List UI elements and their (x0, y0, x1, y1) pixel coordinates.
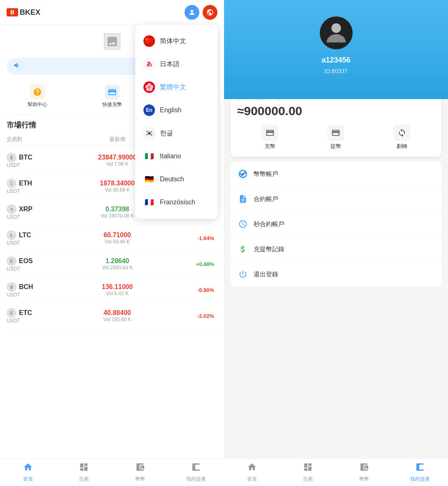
right-nav-trade[interactable]: 交易 (280, 459, 336, 486)
col-pair-header: 交易對 (7, 136, 70, 143)
withdraw-action[interactable]: 提幣 (303, 125, 369, 150)
price-info-eos: 1.28640 Vol 2930.84 K (70, 257, 165, 271)
menu-item-contract-account[interactable]: 合約帳戶 (231, 187, 441, 212)
home-icon (23, 462, 33, 474)
lang-item-ja[interactable]: あ 日本語 (135, 53, 217, 76)
lang-item-zh-tw[interactable]: 🌸 繁體中文 (135, 76, 217, 99)
coin-info-eth: Ξ ETH USDT (7, 178, 70, 194)
left-nav-assets[interactable]: 我的資產 (168, 459, 224, 486)
lang-item-fr[interactable]: 🇫🇷 Französisch (135, 191, 217, 214)
flag-ja: あ (143, 58, 155, 70)
change-info-bch: -0.90% (165, 285, 217, 295)
logo-icon: B (7, 8, 18, 16)
coin-account-icon (237, 168, 249, 180)
left-nav-home-label: 首頁 (23, 476, 33, 483)
coin-account-label: 幣幣帳戶 (254, 170, 278, 178)
right-nav-trade-label: 交易 (303, 476, 313, 483)
coin-sub-etc: USDT (7, 318, 70, 324)
right-nav-home-label: 首頁 (247, 476, 257, 483)
coin-sub-xrp: USDT (7, 214, 70, 220)
eos-icon: E (7, 256, 16, 266)
lang-item-de[interactable]: 🇩🇪 Deutsch (135, 168, 217, 191)
table-row[interactable]: E ETC USDT 40.88400 Vol 165.60 K -2.02% (7, 303, 217, 329)
logo: B BKEX (7, 8, 40, 17)
coin-info-bch: ₿ BCH USDT (7, 282, 70, 298)
lang-label-fr: Französisch (160, 199, 195, 206)
coin-name-bch: ₿ BCH (7, 282, 70, 292)
lang-label-de: Deutsch (160, 176, 184, 183)
lang-icon-button[interactable] (203, 5, 217, 20)
recharge-icon (105, 85, 120, 100)
menu-item-logout[interactable]: 退出登錄 (231, 262, 441, 287)
table-row[interactable]: E EOS USDT 1.28640 Vol 2930.84 K +0.48% (7, 251, 217, 277)
contract-account-label: 合約帳戶 (254, 195, 278, 203)
username: a123456 (321, 56, 350, 65)
lang-label-en: English (160, 106, 181, 114)
coin-name-etc: E ETC (7, 308, 70, 318)
right-assets-icon (415, 462, 425, 474)
right-nav-assets[interactable]: 我的資產 (392, 459, 448, 486)
profile-header: a123456 ID:80337 (224, 0, 448, 99)
right-nav-wallet[interactable]: 幣幣 (336, 459, 392, 486)
coin-sub-eos: USDT (7, 266, 70, 272)
right-wallet-icon (359, 462, 369, 474)
lang-item-it[interactable]: 🇮🇹 Italiano (135, 145, 217, 168)
coin-info-ltc: Ł LTC USDT (7, 230, 70, 246)
asset-amount: ≈900000.00 (237, 104, 435, 118)
deposit-history-icon (237, 243, 249, 255)
right-nav-assets-label: 我的資產 (410, 476, 430, 483)
ltc-icon: Ł (7, 230, 16, 240)
transfer-icon (394, 125, 410, 141)
left-bottom-nav: 首頁 交易 幣幣 我的資產 (0, 458, 224, 486)
price-vol-etc: Vol 165.60 K (70, 317, 165, 322)
right-nav-wallet-label: 幣幣 (359, 476, 369, 483)
table-row[interactable]: Ł LTC USDT 60.71000 Vol 50.46 K -1.64% (7, 225, 217, 251)
deposit-action[interactable]: 充幣 (237, 125, 303, 150)
lang-item-en[interactable]: En English (135, 99, 217, 122)
banner-image (104, 33, 120, 50)
flag-zh-cn: 🇨🇳 (143, 35, 155, 47)
price-val-etc: 40.88400 (70, 309, 165, 317)
left-panel: B BKEX 🇨🇳 简体中文 あ 日本語 (0, 0, 224, 486)
left-nav-trade[interactable]: 交易 (56, 459, 112, 486)
help-icon (30, 85, 45, 100)
logout-label: 退出登錄 (254, 271, 278, 278)
logo-letter: B (10, 9, 14, 16)
lang-label-zh-tw: 繁體中文 (160, 83, 186, 92)
coin-name-xrp: ✕ XRP (7, 204, 70, 214)
menu-item-deposit-history[interactable]: 充提幣記錄 (231, 237, 441, 262)
left-nav-home[interactable]: 首頁 (0, 459, 56, 486)
left-header: B BKEX (0, 0, 224, 25)
price-val-eos: 1.28640 (70, 257, 165, 265)
assets-icon (191, 462, 201, 474)
etc-icon: E (7, 308, 16, 318)
user-icon-button[interactable] (185, 5, 199, 20)
table-row[interactable]: ₿ BCH USDT 136.11000 Vol 6.42 K -0.90% (7, 277, 217, 303)
btc-icon: ₿ (7, 153, 16, 162)
change-info-eos: +0.48% (165, 259, 217, 269)
withdraw-label: 提幣 (330, 143, 341, 150)
transfer-action[interactable]: 劃轉 (369, 125, 435, 150)
coin-sub-bch: USDT (7, 292, 70, 298)
flag-zh-tw: 🌸 (143, 81, 155, 93)
user-id: ID:80337 (324, 68, 348, 74)
trade-icon (79, 462, 89, 474)
lang-item-zh-cn[interactable]: 🇨🇳 简体中文 (135, 30, 217, 53)
second-contract-icon (237, 218, 249, 230)
speaker-icon (13, 61, 21, 72)
change-badge-etc: -2.02% (194, 311, 217, 321)
deposit-label: 充幣 (265, 143, 275, 150)
flag-it: 🇮🇹 (143, 150, 155, 162)
coin-info-eos: E EOS USDT (7, 256, 70, 272)
right-home-icon (247, 462, 257, 474)
eth-icon: Ξ (7, 178, 16, 188)
quick-item-help[interactable]: 幫助中心 (0, 81, 75, 111)
price-vol-bch: Vol 6.42 K (70, 291, 165, 296)
right-trade-icon (303, 462, 313, 474)
left-nav-wallet[interactable]: 幣幣 (112, 459, 168, 486)
lang-item-ko[interactable]: 🇰🇷 한글 (135, 122, 217, 145)
lang-label-ja: 日本語 (160, 60, 180, 69)
menu-item-coin-account[interactable]: 幣幣帳戶 (231, 162, 441, 187)
menu-item-second-contract[interactable]: 秒合約帳戶 (231, 212, 441, 237)
right-nav-home[interactable]: 首頁 (224, 459, 280, 486)
